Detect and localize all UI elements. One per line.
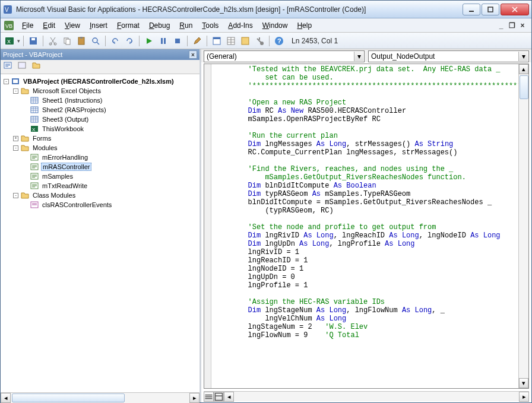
tree-icon (11, 77, 20, 85)
scroll-up-button[interactable]: ▴ (519, 64, 528, 74)
tree-folder-excel-objects[interactable]: -Microsoft Excel Objects (2, 86, 198, 96)
copy-button[interactable] (61, 34, 74, 47)
menu-tools[interactable]: Tools (197, 20, 223, 31)
svg-point-11 (54, 43, 56, 45)
tree-item-sheet1instructions[interactable]: Sheet1 (Instructions) (2, 96, 198, 105)
menu-help[interactable]: Help (292, 20, 316, 31)
tree-icon (20, 191, 30, 199)
svg-text:X: X (32, 127, 36, 132)
tree-item-sheet2rasprojects[interactable]: Sheet2 (RASProjects) (2, 105, 198, 115)
menu-addins[interactable]: Add-Ins (223, 20, 257, 31)
object-dropdown[interactable]: (General) ▾ (204, 50, 365, 62)
scroll-left-button[interactable]: ◂ (1, 393, 11, 403)
tree-item-clsrascontrollerevents[interactable]: clsRASControllerEvents (2, 200, 198, 210)
menu-file[interactable]: File (17, 20, 38, 31)
procedure-dropdown[interactable]: Output_NodeOutput ▾ (368, 50, 529, 62)
tree-icon (30, 115, 39, 123)
mdi-restore-icon[interactable]: ❐ (508, 21, 516, 30)
tree-item-msamples[interactable]: mSamples (2, 172, 198, 181)
scroll-left-button[interactable]: ◂ (224, 392, 234, 402)
project-explorer-button[interactable] (210, 34, 223, 47)
menu-view[interactable]: View (60, 20, 85, 31)
save-button[interactable] (27, 34, 40, 47)
app-icon: V (3, 5, 12, 14)
tree-folder-forms[interactable]: +Forms (2, 134, 198, 143)
svg-rect-32 (31, 107, 38, 113)
object-browser-button[interactable] (239, 34, 252, 47)
code-editor[interactable]: 'Tested with the BEAVCREK.prj data set. … (211, 64, 518, 388)
tree-expander[interactable]: - (13, 88, 18, 94)
tree-icon (30, 201, 39, 209)
scroll-right-button[interactable]: ▸ (519, 392, 529, 402)
find-button[interactable] (89, 34, 102, 47)
svg-rect-41 (216, 394, 223, 401)
properties-button[interactable] (224, 34, 238, 47)
tree-folder-modules[interactable]: -Modules (2, 143, 198, 153)
view-excel-button[interactable]: X (3, 34, 16, 47)
scroll-down-button[interactable]: ▾ (519, 378, 528, 388)
undo-button[interactable] (109, 34, 122, 47)
design-mode-button[interactable] (191, 34, 204, 47)
tree-expander[interactable]: + (13, 136, 18, 141)
svg-rect-2 (469, 11, 474, 12)
svg-rect-21 (213, 37, 220, 39)
reset-button[interactable] (171, 34, 184, 47)
code-vscrollbar[interactable]: ▴ ▾ (518, 64, 528, 388)
svg-rect-15 (80, 37, 83, 39)
menu-run[interactable]: Run (175, 20, 197, 31)
tree-item-merrorhandling[interactable]: mErrorHandling (2, 153, 198, 162)
help-button[interactable]: ? (273, 34, 286, 47)
mdi-minimize-icon[interactable]: _ (497, 21, 505, 30)
menu-debug[interactable]: Debug (144, 20, 175, 31)
dropdown-arrow-icon: ▾ (354, 52, 363, 61)
redo-button[interactable] (123, 34, 136, 47)
svg-point-10 (49, 43, 52, 45)
break-button[interactable] (157, 34, 170, 47)
close-button[interactable] (501, 4, 529, 15)
maximize-button[interactable] (482, 4, 499, 15)
tree-expander[interactable]: - (13, 193, 18, 198)
full-module-view-button[interactable] (214, 392, 224, 402)
menu-format[interactable]: Format (112, 20, 144, 31)
code-pane: (General) ▾ Output_NodeOutput ▾ 'Tested … (201, 49, 531, 402)
view-code-button[interactable] (3, 61, 16, 74)
tree-root[interactable]: -VBAProject (HECRASControllerCode_h2ls.x… (2, 77, 198, 86)
mdi-close-icon[interactable]: × (518, 21, 527, 30)
svg-text:VB: VB (5, 23, 12, 29)
project-hscrollbar[interactable]: ◂ ▸ (1, 392, 200, 402)
paste-button[interactable] (75, 34, 88, 47)
project-tree[interactable]: -VBAProject (HECRASControllerCode_h2ls.x… (1, 74, 200, 392)
tree-folder-class-modules[interactable]: -Class Modules (2, 191, 198, 200)
tree-icon (20, 87, 30, 95)
tree-item-mtxtreadwrite[interactable]: mTxtReadWrite (2, 181, 198, 191)
tree-item-sheet3output[interactable]: Sheet3 (Output) (2, 115, 198, 124)
svg-rect-33 (31, 116, 38, 122)
menu-window[interactable]: Window (258, 20, 293, 31)
run-button[interactable] (142, 34, 156, 47)
menu-edit[interactable]: Edit (38, 20, 60, 31)
view-object-button[interactable] (17, 61, 30, 74)
svg-rect-18 (164, 38, 166, 44)
tree-item-mrascontroller[interactable]: mRASController (2, 162, 198, 172)
cut-button[interactable] (46, 34, 59, 47)
tree-icon (30, 153, 39, 161)
procedure-view-button[interactable] (204, 392, 214, 402)
tree-icon (30, 172, 39, 180)
toolbox-button[interactable] (253, 34, 266, 47)
project-explorer-pane: Project - VBAProject × -VBAProject (HECR… (1, 49, 201, 402)
project-explorer-title: Project - VBAProject × (1, 49, 200, 60)
svg-rect-23 (242, 37, 249, 45)
minimize-button[interactable] (463, 4, 480, 15)
scroll-right-button[interactable]: ▸ (189, 393, 200, 403)
code-hscrollbar[interactable]: ◂ ▸ (204, 391, 529, 401)
tree-item-thisworkbook[interactable]: XThisWorkbook (2, 124, 198, 134)
toggle-folders-button[interactable] (31, 61, 45, 74)
tree-expander[interactable]: - (4, 79, 9, 84)
svg-point-24 (260, 42, 264, 45)
tree-icon: X (30, 125, 39, 133)
tree-icon (20, 134, 30, 142)
project-explorer-close-button[interactable]: × (189, 50, 197, 59)
menu-insert[interactable]: Insert (85, 20, 112, 31)
svg-text:X: X (7, 39, 11, 45)
tree-expander[interactable]: - (13, 145, 18, 151)
